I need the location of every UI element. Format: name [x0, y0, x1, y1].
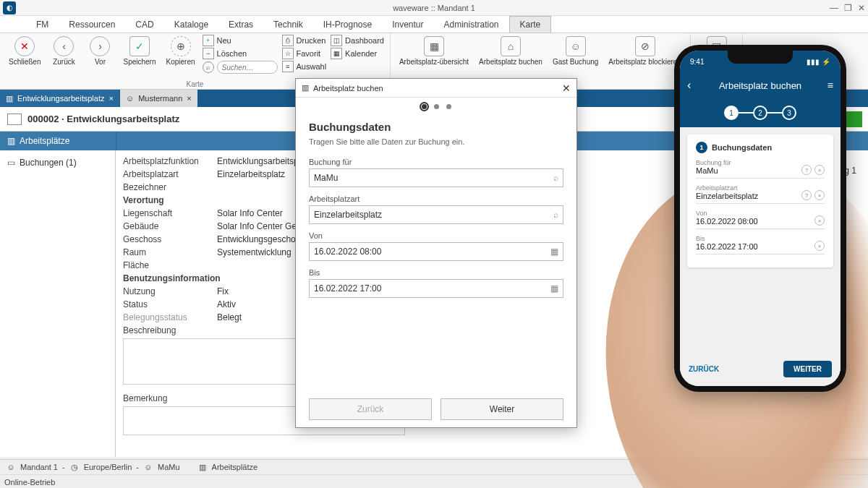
menu-inventur[interactable]: Inventur [382, 16, 433, 33]
menu-technik[interactable]: Technik [263, 16, 313, 33]
print-button[interactable]: ⎙Drucken [282, 35, 327, 46]
status-user: MaMu [158, 463, 180, 471]
phone-field-arbeitsplatzart[interactable]: Arbeitsplatzart Einzelarbeitsplatz ?× [696, 184, 825, 204]
calendar-icon[interactable]: ▦ [550, 283, 558, 294]
guest-booking-button[interactable]: ☺Gast Buchung [550, 35, 601, 67]
maximize-icon[interactable]: ❐ [844, 3, 852, 13]
step-dot-2 [434, 104, 439, 109]
phone-step-2: 2 [753, 106, 767, 120]
minimize-icon[interactable]: — [830, 3, 838, 13]
workspace-book-button[interactable]: ⌂Arbeitsplatz buchen [476, 35, 545, 67]
sidebar-item-buchungen[interactable]: ▭Buchungen (1) [6, 155, 109, 171]
input-bis[interactable]: 16.02.2022 17:00▦ [309, 279, 563, 298]
search-icon: ⌕ [203, 61, 214, 73]
step-dot-1 [422, 104, 427, 109]
menu-administration[interactable]: Administration [434, 16, 509, 33]
dialog-back-button[interactable]: Zurück [309, 398, 432, 420]
delete-button[interactable]: −Löschen [203, 48, 278, 59]
tab-close-icon[interactable]: × [187, 94, 191, 103]
save-button[interactable]: ✓Speichern [120, 35, 158, 67]
tab-close-icon[interactable]: × [109, 94, 113, 103]
window-title: waveware :: Mandant 1 [393, 4, 475, 12]
phone-field-bis[interactable]: Bis 16.02.2022 17:00 × [696, 235, 825, 254]
phone-title: Arbeitsplatz buchen [719, 80, 801, 91]
dashboard-button[interactable]: ◫Dashboard [331, 35, 384, 46]
label-geschoss: Geschoss [123, 234, 217, 244]
copy-button[interactable]: ⊕Kopieren [163, 35, 198, 67]
dialog-subtitle: Tragen Sie bitte alle Daten zur Buchung … [309, 137, 563, 146]
forward-button[interactable]: ›Vor [84, 35, 116, 67]
status-mandant: Mandant 1 [20, 463, 58, 471]
label-bis: Bis [309, 268, 563, 277]
x-icon: ✕ [14, 36, 35, 56]
save-icon: ✓ [129, 36, 150, 56]
tab-entwicklung[interactable]: ▥Entwicklungsarbeitsplatz× [0, 90, 120, 107]
dialog-next-button[interactable]: Weiter [441, 398, 563, 420]
clear-icon[interactable]: × [814, 190, 825, 200]
clear-icon[interactable]: × [814, 241, 825, 251]
clear-icon[interactable]: × [814, 215, 825, 226]
phone-signal-icon: ▮▮▮ ⚡ [807, 58, 830, 66]
record-title: 000002 · Entwicklungsarbeitsplatz [27, 114, 179, 124]
help-icon[interactable]: ? [801, 165, 812, 175]
phone-back-button[interactable]: ZURÜCK [689, 365, 719, 373]
clear-icon[interactable]: × [814, 165, 825, 175]
favorite-button[interactable]: ☆Favorit [282, 48, 327, 59]
phone-back-icon[interactable]: ‹ [687, 79, 691, 92]
menu-ressourcen[interactable]: Ressourcen [59, 16, 125, 33]
search-input[interactable] [217, 61, 278, 74]
search-row[interactable]: ⌕ [203, 61, 278, 74]
phone-step-badge: 1 [696, 142, 707, 153]
phone-steps: 1 2 3 [680, 98, 841, 127]
label-beschreibung: Beschreibung [123, 325, 217, 335]
menu-bar: FM Ressourcen CAD Kataloge Extras Techni… [0, 16, 868, 33]
tab-mustermann[interactable]: ☺Mustermann× [120, 90, 198, 107]
close-button[interactable]: ✕Schließen [6, 35, 43, 67]
input-buchung-fuer[interactable]: MaMu⌕ [309, 168, 563, 187]
label-status: Status [123, 299, 217, 309]
input-arbeitsplatzart[interactable]: Einzelarbeitsplatz⌕ [309, 205, 563, 224]
menu-ih-prognose[interactable]: IH-Prognose [313, 16, 382, 33]
calendar-icon[interactable]: ▦ [550, 247, 558, 257]
block-icon: ⊘ [635, 36, 655, 56]
people-icon: ☺ [566, 36, 586, 56]
search-icon[interactable]: ⌕ [553, 173, 558, 183]
status-timezone: Europe/Berlin [84, 463, 132, 471]
phone-notch [728, 51, 793, 64]
new-button[interactable]: +Neu [203, 35, 278, 46]
label-gebaeude: Gebäude [123, 221, 217, 231]
label-nutzung: Nutzung [123, 286, 217, 296]
menu-cad[interactable]: CAD [125, 16, 163, 33]
calendar-icon: ▦ [331, 48, 342, 59]
dashboard-icon: ◫ [331, 35, 342, 46]
label-arbeitsplatzart: Arbeitsplatzart [309, 194, 563, 203]
step-indicator [296, 98, 576, 115]
status-view: Arbeitsplätze [212, 463, 258, 471]
person-icon: ☺ [143, 462, 153, 472]
back-button[interactable]: ‹Zurück [48, 35, 80, 67]
menu-karte[interactable]: Karte [509, 16, 552, 33]
phone-section-title: Buchungsdaten [712, 143, 772, 152]
phone-field-von[interactable]: Von 16.02.2022 08:00 × [696, 210, 825, 229]
section-verortung: Verortung [123, 195, 217, 205]
workspace-overview-button[interactable]: ▦Arbeitsplatz-übersicht [396, 35, 472, 67]
dialog-close-icon[interactable]: ✕ [562, 82, 571, 94]
calendar-button[interactable]: ▦Kalender [331, 48, 384, 59]
menu-kataloge[interactable]: Kataloge [164, 16, 218, 33]
phone-step-3: 3 [782, 106, 796, 120]
arrow-left-icon: ‹ [54, 36, 74, 56]
menu-extras[interactable]: Extras [218, 16, 263, 33]
help-icon[interactable]: ? [801, 190, 812, 200]
selection-button[interactable]: ≡Auswahl [282, 61, 327, 72]
phone-menu-icon[interactable]: ≡ [827, 80, 833, 91]
input-von[interactable]: 16.02.2022 08:00▦ [309, 242, 563, 261]
search-icon[interactable]: ⌕ [553, 210, 558, 220]
workspace-block-button[interactable]: ⊘Arbeitsplatz blockieren [605, 35, 684, 67]
phone-field-buchung-fuer[interactable]: Buchung für MaMu ?× [696, 159, 825, 179]
close-icon[interactable]: ✕ [858, 3, 865, 13]
label-buchung-fuer: Buchung für [309, 158, 563, 166]
status-mode: Online-Betrieb [4, 478, 55, 487]
phone-next-button[interactable]: WEITER [783, 361, 832, 377]
col-arbeitsplaetze[interactable]: ▥Arbeitsplätze [0, 132, 116, 150]
menu-fm[interactable]: FM [26, 16, 59, 33]
